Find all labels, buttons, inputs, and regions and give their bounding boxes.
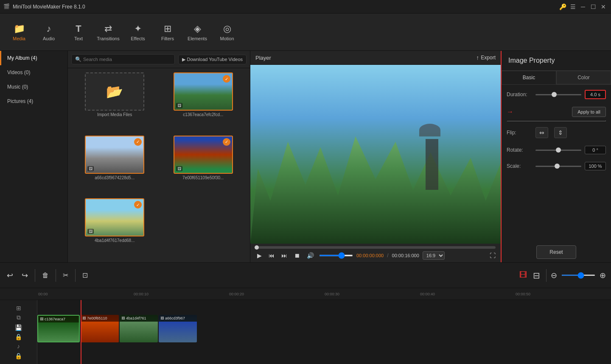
add-track-button[interactable]: ⊞ — [3, 305, 34, 311]
save-track-button[interactable]: 💾 — [3, 324, 34, 331]
key-icon[interactable]: 🔑 — [558, 3, 567, 11]
stop-button[interactable]: ⏹ — [292, 251, 302, 260]
track-clips: 🖼 c1367eaca7 🖼 7e00f65110 — [37, 313, 611, 347]
toolbar-item-elements[interactable]: ◈ Elements — [182, 15, 212, 49]
flip-row: Flip: ⇔ ⇕ — [507, 127, 606, 138]
elements-icon: ◈ — [194, 23, 201, 34]
tab-basic[interactable]: Basic — [502, 71, 556, 84]
left-panel: My Album (4) Videos (0) Music (0) Pictur… — [0, 51, 68, 262]
flip-horizontal-button[interactable]: ⇔ — [535, 127, 548, 138]
volume-slider[interactable] — [319, 255, 353, 256]
sidebar-item-pictures[interactable]: Pictures (4) — [0, 94, 67, 108]
main-toolbar: 📁 Media ♪ Audio T Text ⇄ Transitions ✦ E… — [0, 14, 611, 51]
motion-icon: ◎ — [223, 23, 231, 34]
image-badge-7e00f: 🖼 — [176, 166, 182, 171]
audio-lock-btn[interactable]: 🔒 — [3, 353, 34, 359]
tab-color[interactable]: Color — [556, 71, 611, 84]
red-arrow-icon: → — [507, 108, 513, 116]
ruler-mark-40: 00:00:40 — [420, 292, 516, 296]
menu-icon[interactable]: ☰ — [569, 3, 577, 11]
toolbar-item-filters[interactable]: ⊞ Filters — [153, 15, 182, 49]
clip-header-4ba1d: 🖼 4ba1d4f761 — [120, 315, 158, 322]
toolbar-item-text[interactable]: T Text — [64, 15, 93, 49]
prev-frame-button[interactable]: ⏮ — [267, 251, 276, 260]
sidebar-item-music[interactable]: Music (0) — [0, 80, 67, 94]
aspect-ratio-select[interactable]: 16:9 4:3 1:1 9:16 — [423, 251, 445, 260]
ruler-mark-10: 00:00:10 — [134, 292, 229, 296]
fullscreen-button[interactable]: ⛶ — [490, 252, 496, 259]
audio-track-btn[interactable]: ♪ — [3, 343, 34, 350]
toolbar-item-motion[interactable]: ◎ Motion — [212, 15, 242, 49]
toolbar-motion-label: Motion — [220, 36, 234, 41]
minimize-btn[interactable]: ─ — [579, 3, 587, 11]
app-icon: 🎬 — [3, 3, 10, 10]
zoom-in-button[interactable]: ⊕ — [600, 271, 606, 280]
toolbar-item-transitions[interactable]: ⇄ Transitions — [93, 15, 123, 49]
timeline-clip-a66cd[interactable]: 🖼 a66cd3f967 — [159, 315, 197, 342]
maximize-btn[interactable]: ☐ — [589, 3, 597, 11]
play-button[interactable]: ▶ — [255, 251, 263, 260]
crop-button[interactable]: ⊡ — [81, 270, 90, 281]
volume-button[interactable]: 🔊 — [305, 251, 316, 260]
label-7e00f: 7e00f651109e50f30... — [182, 175, 224, 180]
toolbar-separator-2 — [56, 269, 56, 282]
duration-slider[interactable] — [535, 94, 581, 95]
scale-slider[interactable] — [535, 166, 581, 167]
delete-button[interactable]: 🗑 — [40, 270, 50, 281]
media-import-item[interactable]: 📂 Import Media Files — [72, 72, 157, 132]
export-button[interactable]: ↑ Export — [476, 54, 496, 61]
apply-to-all-button[interactable]: Apply to all — [572, 107, 606, 117]
media-item-7e00f[interactable]: 🖼 ✓ 7e00f651109e50f30... — [161, 136, 246, 195]
next-frame-button[interactable]: ⏭ — [280, 251, 289, 260]
timeline-cursor[interactable] — [81, 300, 81, 364]
clip-header-7e00f: 🖼 7e00f65110 — [81, 315, 119, 322]
clip-header-a66cd: 🖼 a66cd3f967 — [159, 315, 197, 322]
controls-row: ▶ ⏮ ⏭ ⏹ 🔊 00:00:00:000 / 00:00:16:000 16… — [255, 251, 496, 260]
toolbar-item-effects[interactable]: ✦ Effects — [123, 15, 153, 49]
rotate-row: Rotate: 0 ° — [507, 146, 606, 154]
import-label: Import Media Files — [97, 112, 132, 117]
toolbar-item-media[interactable]: 📁 Media — [4, 15, 34, 49]
text-icon: T — [76, 23, 81, 34]
label-4ba1d: 4ba1d4f7617edd68... — [95, 238, 135, 243]
lock-track-button[interactable]: 🔒 — [3, 333, 34, 340]
progress-bar[interactable] — [255, 246, 496, 249]
bottom-toolbar: ↩ ↪ 🗑 ✂ ⊡ 🎞 ⊟ ⊖ ⊕ — [0, 262, 611, 288]
audio-icon: ♪ — [47, 23, 51, 34]
timeline-clip-c1367[interactable]: 🖼 c1367eaca7 — [37, 315, 80, 342]
redo-button[interactable]: ↪ — [20, 269, 30, 282]
effects-icon: ✦ — [134, 23, 142, 34]
media-grid: 📂 Import Media Files 🖼 ✓ c1367eaca7efc2f… — [68, 68, 250, 262]
flip-vertical-button[interactable]: ⇕ — [554, 127, 567, 138]
timeline-clip-4ba1d[interactable]: 🖼 4ba1d4f761 — [120, 315, 158, 342]
image-badge-c1367: 🖼 — [176, 103, 182, 108]
download-youtube-btn[interactable]: ▶ Download YouTube Videos — [178, 55, 247, 64]
toolbar-item-audio[interactable]: ♪ Audio — [34, 15, 64, 49]
rotate-slider[interactable] — [535, 150, 581, 151]
zoom-out-button[interactable]: ⊖ — [551, 271, 557, 280]
media-toolbar: 🔍 ▶ Download YouTube Videos — [68, 51, 250, 68]
reset-button[interactable]: Reset — [536, 245, 576, 259]
import-thumb[interactable]: 📂 — [85, 72, 144, 111]
main-area: My Album (4) Videos (0) Music (0) Pictur… — [0, 51, 611, 262]
filters-icon: ⊞ — [164, 23, 171, 34]
cut-button[interactable]: ✂ — [61, 270, 70, 281]
close-btn[interactable]: ✕ — [599, 3, 608, 11]
ruler-mark-30: 00:00:30 — [325, 292, 420, 296]
toolbar-filters-label: Filters — [161, 36, 174, 41]
media-item-a66cd[interactable]: 🖼 ✓ a66cd3f9674228d5... — [72, 136, 157, 195]
media-item-c1367[interactable]: 🖼 ✓ c1367eaca7efc2fcd... — [161, 72, 246, 132]
undo-button[interactable]: ↩ — [5, 269, 15, 282]
copy-track-button[interactable]: ⧉ — [3, 314, 34, 321]
zoom-slider[interactable] — [561, 275, 595, 276]
sidebar-item-myalbum[interactable]: My Album (4) — [0, 51, 67, 65]
title-bar: 🎬 MiniTool MovieMaker Free 8.1.0 🔑 ☰ ─ ☐… — [0, 0, 611, 14]
media-item-4ba1d[interactable]: 🖼 ✓ 4ba1d4f7617edd68... — [72, 198, 157, 258]
clip-thumb-4ba1d — [120, 322, 158, 342]
search-input[interactable] — [83, 57, 171, 62]
sidebar-item-videos[interactable]: Videos (0) — [0, 65, 67, 80]
toolbar-elements-label: Elements — [188, 36, 207, 41]
split-icon[interactable]: ⊟ — [531, 269, 542, 282]
player-header: Player ↑ Export — [250, 51, 501, 65]
timeline-clip-7e00f[interactable]: 🖼 7e00f65110 — [81, 315, 119, 342]
